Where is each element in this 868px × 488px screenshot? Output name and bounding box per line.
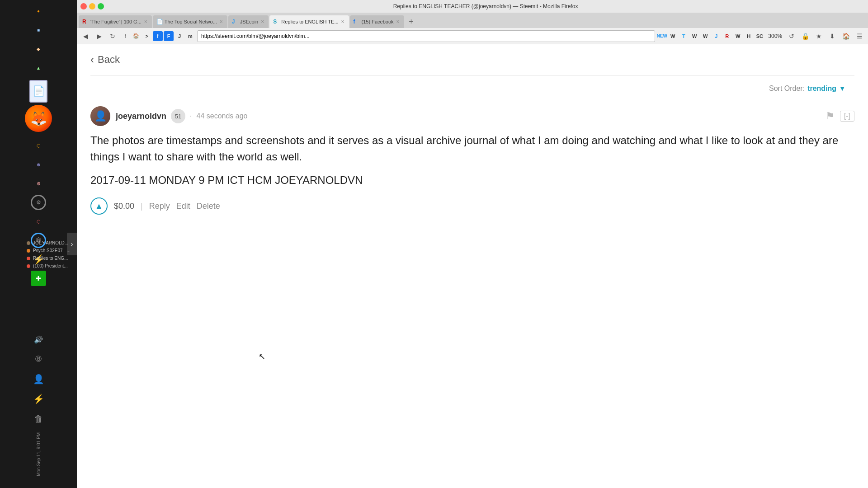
tab-3-close[interactable]: × xyxy=(260,19,265,25)
forward-nav-button[interactable]: ▶ xyxy=(93,30,105,42)
window-maximize-button[interactable] xyxy=(98,3,104,9)
cursor-indicator: ↖ xyxy=(259,352,265,361)
document-icon[interactable]: 📄 xyxy=(29,82,47,100)
refresh-button[interactable]: ↺ xyxy=(786,30,797,42)
tab-4[interactable]: S Replies to ENGLISH TE... × xyxy=(269,15,349,28)
bk-w4[interactable]: W xyxy=(733,31,743,41)
nav-bookmarks: ! 🏠 > f F J m xyxy=(120,31,195,41)
bk-w2[interactable]: W xyxy=(689,31,699,41)
browser-window: Replies to ENGLISH TEACHER (@joeyarnoldv… xyxy=(77,0,868,488)
tab-3[interactable]: J JSEcoin × xyxy=(228,15,269,28)
section-divider xyxy=(90,75,854,75)
tab-1-close[interactable]: × xyxy=(143,19,148,25)
bookmark-star-button[interactable]: ★ xyxy=(813,30,825,42)
taskbar-cog-icon[interactable]: ⚙ xyxy=(29,193,47,211)
window-minimize-button[interactable] xyxy=(89,3,95,9)
tab-2[interactable]: 📄 The Top Social Netwo... × xyxy=(153,15,227,28)
bluetooth-icon[interactable]: Ⓑ xyxy=(29,350,47,368)
file-dot-2 xyxy=(27,249,30,253)
tab-1[interactable]: R 'The Fugitive' | 100 G... × xyxy=(79,15,152,28)
taskbar-file-item-2[interactable]: Psych S02E07 - ... xyxy=(25,247,72,254)
sort-order-value: trending xyxy=(807,84,836,93)
bk-exclaim[interactable]: ! xyxy=(120,31,130,41)
nav-bookmarks-right: NEW W T W W J R W H SC xyxy=(657,31,764,41)
file-label-3: Replies to ENG... xyxy=(33,256,68,261)
back-label: Back xyxy=(98,54,120,66)
bk-sc[interactable]: SC xyxy=(755,31,764,41)
taskbar-file-item-1[interactable]: JOEY ARNOLD... xyxy=(25,239,72,246)
trash-icon[interactable]: 🗑 xyxy=(29,410,47,428)
comment-username[interactable]: joeyarnoldvn xyxy=(116,112,166,121)
edit-button[interactable]: Edit xyxy=(176,202,190,211)
tab-2-close[interactable]: × xyxy=(219,19,224,25)
window-title: Replies to ENGLISH TEACHER (@joeyarnoldv… xyxy=(107,3,864,9)
sort-order-row: Sort Order: trending ▼ xyxy=(90,84,854,93)
taskbar-icon-2[interactable]: ■ xyxy=(29,21,47,39)
tab-4-close[interactable]: × xyxy=(340,19,345,25)
lock-icon: 🔒 xyxy=(799,30,811,42)
bk-fb[interactable]: f xyxy=(153,31,163,41)
bk-house[interactable]: 🏠 xyxy=(131,31,141,41)
taskbar-icon-1[interactable]: ● xyxy=(29,2,47,20)
bk-new[interactable]: NEW xyxy=(657,31,667,41)
sidebar-toggle-arrow[interactable]: › xyxy=(67,233,77,255)
address-bar-input[interactable] xyxy=(197,30,655,42)
comment-timestamp: 44 seconds ago xyxy=(196,112,247,120)
comment-actions-right: ⚑ [-] xyxy=(826,110,854,122)
taskbar-file-group: JOEY ARNOLD... Psych S02E07 - ... Replie… xyxy=(25,239,72,269)
bk-r[interactable]: R xyxy=(722,31,732,41)
tab-5-close[interactable]: × xyxy=(396,19,401,25)
home-nav-button[interactable]: 🏠 xyxy=(840,30,852,42)
tab-2-favicon: 📄 xyxy=(156,19,163,25)
zoom-level: 300% xyxy=(766,33,784,39)
tab-4-title: Replies to ENGLISH TE... xyxy=(281,19,338,24)
taskbar-icon-red[interactable]: ⚡ xyxy=(29,390,47,408)
taskbar-icon-4[interactable]: ▲ xyxy=(29,59,47,77)
back-nav-button[interactable]: ◀ xyxy=(80,30,91,42)
datetime-label: Mon Sep 11, 9:01 PM xyxy=(36,430,41,479)
nav-bar: ◀ ▶ ↻ ! 🏠 > f F J m NEW W T W W J R W H … xyxy=(77,28,868,44)
taskbar-icon-3[interactable]: ◆ xyxy=(29,40,47,58)
comment-paragraph-1: The photos are timestamps and screenshot… xyxy=(90,132,854,165)
sort-order-label: Sort Order: xyxy=(769,84,805,93)
user-icon[interactable]: 👤 xyxy=(29,370,47,388)
new-tab-button[interactable]: + xyxy=(405,15,418,28)
bk-j[interactable]: J xyxy=(175,31,184,41)
reputation-badge: 51 xyxy=(171,109,185,123)
bk-arrow[interactable]: > xyxy=(142,31,152,41)
taskbar-file-item-4[interactable]: (100) President... xyxy=(25,263,72,269)
taskbar-icon-5[interactable]: ⬡ xyxy=(29,136,47,155)
volume-icon[interactable]: 🔊 xyxy=(29,330,47,348)
upvote-button[interactable]: ▲ xyxy=(90,197,108,215)
bk-h[interactable]: H xyxy=(744,31,754,41)
tab-1-title: 'The Fugitive' | 100 G... xyxy=(90,19,142,24)
sort-arrow-icon[interactable]: ▼ xyxy=(839,85,845,92)
reload-button[interactable]: ↻ xyxy=(107,30,118,42)
firefox-icon[interactable]: 🦊 xyxy=(25,105,52,132)
bk-w1[interactable]: W xyxy=(668,31,678,41)
bk-j2[interactable]: J xyxy=(711,31,721,41)
collapse-button[interactable]: [-] xyxy=(840,111,854,122)
taskbar-system-icons: 🔊 Ⓑ 👤 ⚡ 🗑 Mon Sep 11, 9:01 PM xyxy=(0,330,77,479)
title-bar: Replies to ENGLISH TEACHER (@joeyarnoldv… xyxy=(77,0,868,13)
delete-button[interactable]: Delete xyxy=(197,202,220,211)
taskbar-file-item-3[interactable]: Replies to ENG... xyxy=(25,255,72,262)
window-close-button[interactable] xyxy=(80,3,87,9)
dot-separator: · xyxy=(190,112,192,120)
menu-button[interactable]: ☰ xyxy=(854,30,865,42)
download-button[interactable]: ⬇ xyxy=(826,30,838,42)
back-button[interactable]: ‹ Back xyxy=(90,53,120,66)
page-content: ‹ Back Sort Order: trending ▼ 👤 joeyarno… xyxy=(77,44,868,488)
reply-button[interactable]: Reply xyxy=(149,202,170,211)
bk-fb2[interactable]: F xyxy=(164,31,174,41)
taskbar-icon-8[interactable]: ⬡ xyxy=(29,212,47,230)
bk-m[interactable]: m xyxy=(185,31,195,41)
taskbar-icon-6[interactable]: ⊕ xyxy=(29,155,47,174)
comment-paragraph-2: 2017-09-11 MONDAY 9 PM ICT HCM JOEYARNOL… xyxy=(90,172,854,188)
taskbar-icon-11[interactable]: ✚ xyxy=(29,269,47,287)
tab-5[interactable]: f (15) Facebook × xyxy=(350,15,404,28)
taskbar-icon-7[interactable]: ⚙ xyxy=(29,174,47,192)
bk-w3[interactable]: W xyxy=(700,31,710,41)
flag-icon[interactable]: ⚑ xyxy=(826,110,835,122)
bk-t[interactable]: T xyxy=(679,31,689,41)
